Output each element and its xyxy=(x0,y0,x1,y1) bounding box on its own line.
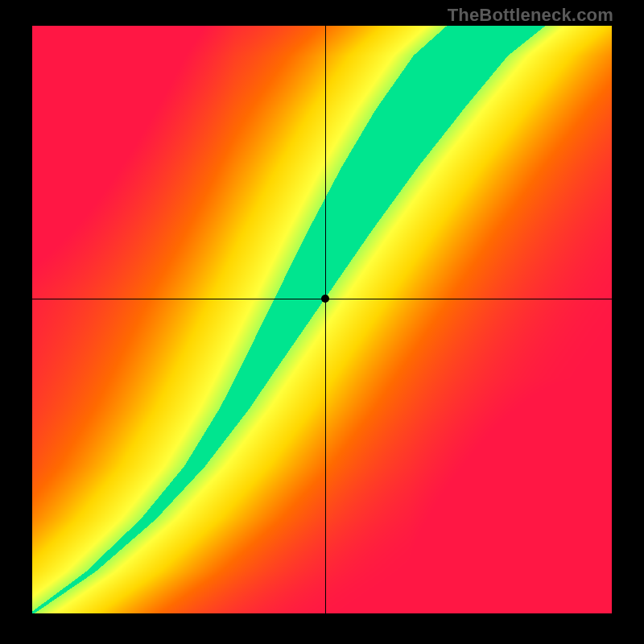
heatmap-plot xyxy=(32,26,612,613)
watermark-text: TheBottleneck.com xyxy=(448,5,613,26)
chart-frame: TheBottleneck.com xyxy=(0,0,644,644)
selection-marker xyxy=(321,295,329,303)
crosshair-vertical xyxy=(325,26,326,613)
heatmap-canvas xyxy=(32,26,612,613)
